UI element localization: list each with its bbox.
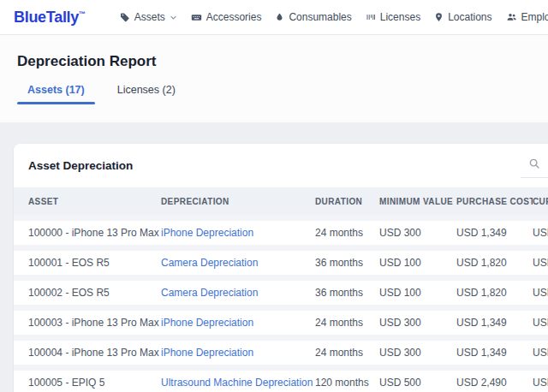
nav-item-consumables[interactable]: Consumables (275, 11, 351, 23)
nav-item-licenses[interactable]: Licenses (366, 11, 420, 23)
depreciation-link[interactable]: Ultrasound Machine Depreciation (161, 377, 313, 389)
asset-cell: 100001 - EOS R5 (28, 257, 161, 269)
map-pin-icon (434, 12, 444, 22)
droplet-icon (275, 12, 284, 22)
brand-logo[interactable]: BlueTally™ (14, 9, 86, 27)
current-value-cell: USD (533, 317, 548, 329)
duration-cell: 24 months (315, 347, 379, 359)
tag-icon (120, 12, 130, 22)
current-value-cell: USD (533, 287, 548, 299)
barcode-icon (366, 12, 376, 22)
minimum-value-cell: USD 300 (379, 347, 456, 359)
purchase-cost-cell: USD 1,349 (456, 347, 533, 359)
tab-assets[interactable]: Assets (17) (17, 84, 95, 104)
brand-name: BlueTally (14, 9, 79, 26)
users-icon (506, 12, 517, 22)
main-menu: Assets Accessories Consumables Licenses (120, 11, 548, 23)
asset-cell: 100005 - EPIQ 5 (28, 377, 161, 389)
minimum-value-cell: USD 500 (379, 377, 456, 389)
tab-bar: Assets (17) Licenses (2) (17, 84, 531, 104)
asset-cell: 100003 - iPhone 13 Pro Max (28, 317, 161, 329)
depreciation-link[interactable]: Camera Depreciation (161, 257, 258, 269)
column-header-purchase-cost: PURCHASE COST (456, 197, 533, 206)
main-content: Asset Depreciation ASSET DEPRECIATION DU… (0, 122, 548, 392)
purchase-cost-cell: USD 2,490 (456, 377, 533, 389)
column-header-current-value: CURRENT VALUE (533, 197, 548, 206)
nav-item-accessories[interactable]: Accessories (191, 11, 262, 23)
card-header: Asset Depreciation (14, 144, 548, 187)
search-icon[interactable] (522, 151, 546, 175)
minimum-value-cell: USD 100 (379, 257, 456, 269)
nav-item-label: Accessories (206, 11, 262, 23)
card-title: Asset Depreciation (28, 159, 133, 172)
purchase-cost-cell: USD 1,349 (456, 227, 533, 239)
search-input-underline (521, 177, 548, 178)
column-header-depreciation: DEPRECIATION (161, 197, 315, 206)
duration-cell: 24 months (315, 317, 379, 329)
trademark-symbol: ™ (79, 10, 86, 18)
nav-item-assets[interactable]: Assets (120, 11, 177, 23)
asset-depreciation-card: Asset Depreciation ASSET DEPRECIATION DU… (14, 144, 548, 392)
page-header: Depreciation Report Assets (17) Licenses… (0, 35, 548, 122)
duration-cell: 120 months (315, 377, 379, 389)
depreciation-link[interactable]: iPhone Depreciation (161, 227, 253, 239)
minimum-value-cell: USD 300 (379, 317, 456, 329)
purchase-cost-cell: USD 1,349 (456, 317, 533, 329)
current-value-cell: USD (533, 377, 548, 389)
table-row: 100002 - EOS R5 Camera Depreciation 36 m… (14, 281, 548, 305)
duration-cell: 36 months (315, 287, 379, 299)
table-row: 100001 - EOS R5 Camera Depreciation 36 m… (14, 251, 548, 275)
nav-item-label: Licenses (380, 11, 420, 23)
current-value-cell: USD (533, 227, 548, 239)
keyboard-icon (191, 12, 202, 23)
column-header-duration: DURATION (315, 197, 379, 206)
nav-item-label: Consumables (289, 11, 351, 23)
asset-cell: 100000 - iPhone 13 Pro Max (28, 227, 161, 239)
asset-cell: 100002 - EOS R5 (28, 287, 161, 299)
table-header-row: ASSET DEPRECIATION DURATION MINIMUM VALU… (14, 187, 548, 215)
current-value-cell: USD (533, 257, 548, 269)
chevron-down-icon (170, 14, 177, 21)
nav-item-label: Locations (448, 11, 491, 23)
duration-cell: 24 months (315, 227, 379, 239)
page-title: Depreciation Report (17, 35, 531, 70)
nav-item-employees[interactable]: Employees (506, 11, 548, 23)
table-row: 100005 - EPIQ 5 Ultrasound Machine Depre… (14, 371, 548, 392)
tab-licenses[interactable]: Licenses (2) (107, 84, 186, 104)
duration-cell: 36 months (315, 257, 379, 269)
table-row: 100004 - iPhone 13 Pro Max iPhone Deprec… (14, 341, 548, 365)
current-value-cell: USD (533, 347, 548, 359)
nav-item-locations[interactable]: Locations (434, 11, 491, 23)
column-header-minimum-value: MINIMUM VALUE (379, 197, 456, 206)
depreciation-link[interactable]: iPhone Depreciation (161, 317, 253, 329)
nav-item-label: Assets (134, 11, 165, 23)
top-navigation: BlueTally™ Assets Accessories Consumable… (0, 0, 548, 35)
purchase-cost-cell: USD 1,820 (456, 257, 533, 269)
asset-cell: 100004 - iPhone 13 Pro Max (28, 347, 161, 359)
minimum-value-cell: USD 100 (379, 287, 456, 299)
table-row: 100000 - iPhone 13 Pro Max iPhone Deprec… (14, 221, 548, 245)
minimum-value-cell: USD 300 (379, 227, 456, 239)
depreciation-link[interactable]: Camera Depreciation (161, 287, 258, 299)
purchase-cost-cell: USD 1,820 (456, 287, 533, 299)
table-row: 100003 - iPhone 13 Pro Max iPhone Deprec… (14, 311, 548, 335)
column-header-asset: ASSET (28, 197, 161, 206)
nav-item-label: Employees (521, 11, 548, 23)
depreciation-link[interactable]: iPhone Depreciation (161, 347, 253, 359)
